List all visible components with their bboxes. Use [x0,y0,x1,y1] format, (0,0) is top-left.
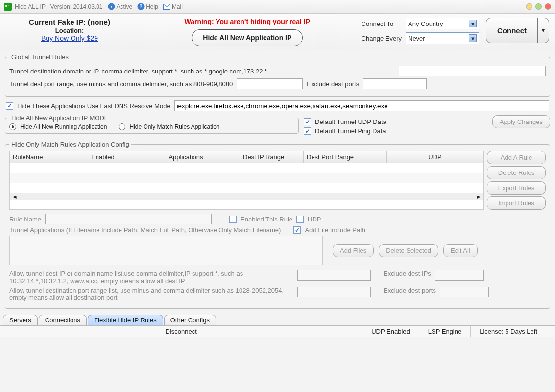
status-bar: Disconnect UDP Enabled LSP Engine Licens… [0,325,555,337]
connect-button[interactable]: Connect ▾ [486,18,549,43]
apply-changes-button[interactable]: Apply Changes [492,115,550,128]
col-udp[interactable]: UDP [387,151,483,163]
add-files-button[interactable]: Add Files [333,244,374,257]
allow-ip-input[interactable] [297,270,371,281]
dest-domain-label: Tunnel destination domain or IP, comma d… [9,68,395,75]
exclude-port-label: Exclude dest ports [307,80,359,88]
mode-opt2: Hide Only Match Rules Application [129,123,219,130]
apps-list-input[interactable] [9,236,323,265]
buy-link[interactable]: Buy Now Only $29 [41,34,98,42]
dest-domain-input[interactable] [399,66,546,76]
add-path-label: Add File Include Path [305,226,365,234]
udp-label: Default Tunnel UDP Data [315,118,386,125]
ip-label: Current Fake IP: [29,18,86,26]
ip-value: (none) [88,18,110,26]
delete-rules-button[interactable]: Delete Rules [487,166,546,179]
tunnel-apps-label: Tunnel Applications (If Filename Include… [9,226,281,234]
active-status: i Active [108,3,133,10]
udp-rule-label: UDP [308,216,321,223]
export-rules-button[interactable]: Export Rules [487,181,546,195]
match-rules-config: Hide Only Match Rules Application Config… [5,141,550,309]
dest-port-label: Tunnel dest port range, use minus and co… [9,80,233,88]
rules-body [10,163,483,193]
udp-rule-checkbox[interactable] [296,216,304,223]
col-rulename[interactable]: RuleName [10,151,88,163]
titlebar: Hide ALL IP Version: 2014.03.01 i Active… [0,0,555,14]
ping-label: Default Tunnel Ping Data [315,127,386,135]
status-udp: UDP Enabled [362,326,419,337]
config-legend: Hide Only Match Rules Application Config [9,141,131,148]
warning-text: Warning: You aren't hiding your real IP [133,18,362,25]
status-lsp: LSP Engine [419,326,471,337]
close-icon[interactable] [545,3,551,10]
rules-table: RuleName Enabled Applications Dest IP Ra… [9,151,484,210]
global-legend: Global Tunnel Rules [9,53,71,61]
edit-all-button[interactable]: Edit All [443,244,478,257]
change-every-label: Change Every [362,35,402,42]
connect-dropdown[interactable]: ▾ [538,18,549,43]
window-controls [526,3,551,10]
svg-text:i: i [111,4,112,9]
exclude-port-input[interactable] [363,78,427,89]
mail-link[interactable]: Mail [163,3,183,10]
status-disconnect: Disconnect [0,326,362,337]
svg-text:?: ? [140,4,143,9]
help-link[interactable]: ? Help [137,3,158,10]
minimize-icon[interactable] [526,3,532,10]
mid-block: Warning: You aren't hiding your real IP … [133,18,362,46]
exclude-ip-label: Exclude dest IPs [384,270,431,277]
exclude-port-input2[interactable] [440,287,489,297]
location-label: Location: [6,27,133,34]
import-rules-button[interactable]: Import Rules [487,196,546,210]
tab-servers[interactable]: Servers [3,315,38,325]
country-select[interactable]: Any Country▾ [406,18,479,29]
rule-name-input[interactable] [45,214,212,224]
mode-opt1: Hide All New Running Application [20,123,107,130]
fast-dns-label: Hide These Applications Use Fast DNS Res… [17,102,170,110]
connect-options: Connect To Any Country▾ Change Every Nev… [362,18,479,44]
col-enabled[interactable]: Enabled [88,151,132,163]
ping-checkbox[interactable] [304,127,311,135]
enabled-rule-checkbox[interactable] [229,216,237,223]
chevron-down-icon: ▾ [469,34,477,42]
connect-button-main[interactable]: Connect [486,18,538,43]
header: Current Fake IP: (none) Location: Buy No… [0,14,555,50]
maximize-icon[interactable] [535,3,542,10]
fast-dns-checkbox[interactable] [6,102,13,110]
add-path-checkbox[interactable] [293,226,301,234]
rule-name-label: Rule Name [9,216,41,223]
fast-dns-input[interactable] [174,100,549,111]
app-title: Hide ALL IP Version: 2014.03.01 [15,3,103,10]
table-scrollbar[interactable]: ◄► [10,193,483,200]
udp-checkbox[interactable] [304,118,311,125]
connect-to-label: Connect To [362,20,402,27]
tab-other[interactable]: Other Configs [164,315,216,325]
allow-port-input[interactable] [297,287,371,297]
ip-block: Current Fake IP: (none) Location: Buy No… [6,18,133,42]
global-tunnel-rules: Global Tunnel Rules Tunnel destination d… [5,53,550,97]
mode-legend: Hide All New Application IP MODE [9,114,110,122]
interval-select[interactable]: Never▾ [406,32,479,44]
allow-port-label: Allow tunnel destination port range list… [9,287,293,301]
exclude-ip-input[interactable] [435,270,484,281]
ip-mode-group: Hide All New Application IP MODE Hide Al… [5,114,299,134]
mode-radio-match[interactable] [119,123,125,130]
tab-connections[interactable]: Connections [39,315,87,325]
mode-radio-all[interactable] [9,123,16,130]
app-icon [4,3,12,11]
enabled-rule-label: Enabled This Rule [241,216,292,223]
col-destip[interactable]: Dest IP Range [240,151,304,163]
tab-flexible[interactable]: Flexible Hide IP Rules [88,315,163,325]
exclude-port-label2: Exclude dest ports [384,287,436,294]
delete-selected-button[interactable]: Delete Selected [379,244,438,257]
col-destport[interactable]: Dest Port Range [304,151,387,163]
dest-port-input[interactable] [237,78,303,89]
hide-all-button[interactable]: Hide All New Application IP [192,29,303,46]
chevron-down-icon: ▾ [469,20,477,27]
allow-ip-label: Allow tunnel dest IP or domain name list… [9,270,293,285]
status-license: License: 5 Days Left [471,326,546,337]
col-applications[interactable]: Applications [132,151,240,163]
bottom-tabs: Servers Connections Flexible Hide IP Rul… [0,313,555,325]
add-rule-button[interactable]: Add A Rule [487,151,546,164]
